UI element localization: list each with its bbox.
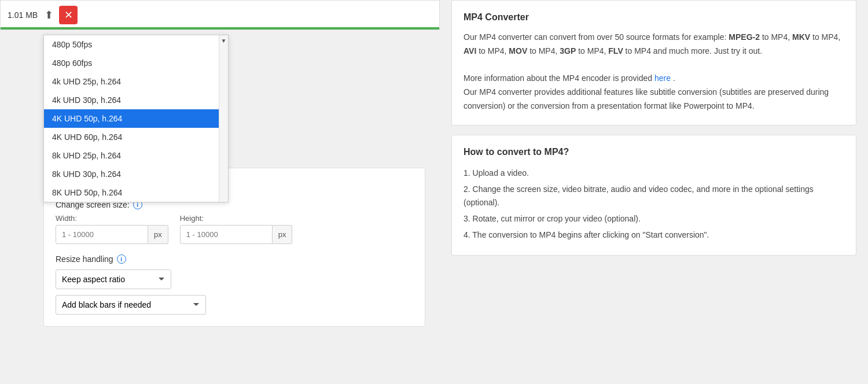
format-flv: FLV [608,46,623,56]
dropdown-items-list: 480p 50fps 480p 60fps 4k UHD 25p, h.264 … [44,35,219,202]
info-to2: to MP4, [812,32,840,42]
info-text-line1: Our MP4 converter can convert from over … [464,32,729,42]
file-size: 1.01 MB [8,10,38,20]
dropdown-item-4k30[interactable]: 4k UHD 30p, h.264 [44,91,219,109]
howto-title: How to convert to MP4? [464,147,844,157]
info-to6: to MP4 and much more. Just try it out. [626,46,763,56]
size-fields: Width: px Height: px [56,214,413,244]
width-input-row: px [56,225,168,244]
info-text-line4: Our MP4 converter provides additional fe… [464,87,829,110]
dropdown-item-8k25[interactable]: 8k UHD 25p, h.264 [44,146,219,165]
width-field: Width: px [56,214,168,244]
black-bars-select[interactable]: Add black bars if needed [56,295,206,315]
mp4-converter-card: MP4 Converter Our MP4 converter can conv… [451,0,856,125]
mp4-converter-title: MP4 Converter [464,12,844,23]
width-px-label: px [148,225,168,244]
dropdown-scrollbar[interactable]: ▼ [219,35,228,202]
info-to1: to MP4, [762,32,792,42]
info-to3: to MP4, [479,46,509,56]
height-field: Height: px [180,214,293,244]
format-avi: AVI [464,46,476,56]
scroll-down-icon[interactable]: ▼ [221,38,227,44]
resize-select[interactable]: Keep aspect ratio [56,269,171,289]
resize-section: Resize handling i Keep aspect ratio Add … [56,254,413,315]
width-input[interactable] [56,225,148,244]
howto-step-2: Change the screen size, video bitrate, a… [464,182,844,212]
format-mov: MOV [509,46,527,56]
height-input-row: px [180,225,293,244]
dropdown-item-480p50[interactable]: 480p 50fps [44,35,219,54]
upload-button[interactable]: ⬆ [45,9,53,21]
format-mpeg2: MPEG-2 [729,32,760,42]
dropdown-item-8k50[interactable]: 8K UHD 50p, h.264 [44,183,219,202]
file-topbar: 1.01 MB ⬆ ✕ [0,0,440,30]
height-px-label: px [273,225,293,244]
height-label: Height: [180,214,293,223]
info-text-line2: More information about the MP4 encoder i… [464,73,654,83]
info-period: . [673,73,675,83]
width-label: Width: [56,214,168,223]
here-link[interactable]: here [654,73,671,83]
right-panel: MP4 Converter Our MP4 converter can conv… [440,0,868,384]
format-mkv: MKV [792,32,810,42]
howto-step-4: The conversion to MP4 begins after click… [464,227,844,243]
info-to5: to MP4, [578,46,608,56]
howto-steps-list: Upload a video. Change the screen size, … [464,165,844,243]
howto-step-1: Upload a video. [464,165,844,182]
dropdown-item-480p60[interactable]: 480p 60fps [44,54,219,72]
dropdown-item-4k25[interactable]: 4k UHD 25p, h.264 [44,72,219,91]
howto-step-3: Rotate, cut mirror or crop your video (o… [464,211,844,227]
progress-bar [1,27,439,29]
height-input[interactable] [180,225,273,244]
screen-size-group: Change screen size: i Width: px Height: [56,200,413,244]
close-button[interactable]: ✕ [59,6,78,24]
resize-info-icon[interactable]: i [117,254,126,264]
info-to4: to MP4, [529,46,560,56]
dropdown-item-8k30[interactable]: 8k UHD 30p, h.264 [44,165,219,183]
howto-card: How to convert to MP4? Upload a video. C… [451,135,856,256]
dropdown-item-4k50[interactable]: 4K UHD 50p, h.264 [44,109,219,128]
quality-dropdown-list[interactable]: 480p 50fps 480p 60fps 4k UHD 25p, h.264 … [43,35,229,202]
format-3gp: 3GP [560,46,576,56]
resize-handling-label: Resize handling i [56,254,413,264]
mp4-converter-text: Our MP4 converter can convert from over … [464,31,844,113]
dropdown-item-4k60[interactable]: 4K UHD 60p, h.264 [44,128,219,146]
